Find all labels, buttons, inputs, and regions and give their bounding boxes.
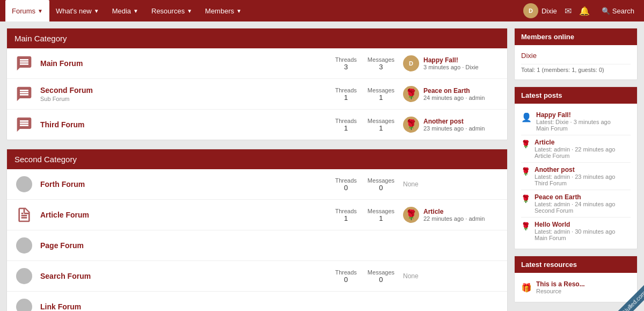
forum-plain-icon <box>14 297 34 311</box>
latest-resources-box: Latest resources 🎁 This is a Reso... Res… <box>514 256 638 302</box>
table-row: Search Forum Threads 0 Messages 0 None <box>7 261 507 292</box>
messages-stat: Messages 1 <box>368 118 394 132</box>
avatar-icon: 👤 <box>521 112 532 122</box>
messages-stat: Messages 0 <box>368 269 394 284</box>
latest-info: Article 22 minutes ago · admin <box>423 208 485 222</box>
forum-stats: Threads 1 Messages 1 <box>335 208 395 222</box>
latest-info: Peace on Earth 24 minutes ago · admin <box>423 87 485 101</box>
page-container: Main Category Main Forum Threads 3 Messa… <box>0 21 644 311</box>
table-row: Article Forum Threads 1 Messages 1 🌹 <box>7 200 507 230</box>
forum-name: Second Forum Sub Forum <box>40 86 335 102</box>
category-second: Second Category Forth Forum Threads 0 Me… <box>6 149 508 311</box>
forum-link[interactable]: Search Forum <box>40 272 91 280</box>
latest-posts-box: Latest posts 👤 Happy Fall! Latest: Dixie… <box>514 86 638 249</box>
nav-item-media[interactable]: Media ▼ <box>106 0 145 21</box>
category-main: Main Category Main Forum Threads 3 Messa… <box>6 28 508 140</box>
rose-icon: 🌹 <box>405 88 417 100</box>
threads-stat: Threads 1 <box>335 87 357 102</box>
member-name[interactable]: Dixie <box>521 49 631 62</box>
search-button[interactable]: 🔍 Search <box>595 7 639 15</box>
list-item: 🌹 Hello World Latest: admin · 30 minutes… <box>521 218 631 244</box>
messages-stat: Messages 1 <box>368 87 394 102</box>
sidebar: Members online Dixie Total: 1 (members: … <box>514 28 638 311</box>
table-row: Main Forum Threads 3 Messages 3 D <box>7 48 507 79</box>
threads-stat: Threads 3 <box>335 56 357 71</box>
forum-plain-icon <box>14 266 34 286</box>
forum-stats: Threads 3 Messages 3 <box>335 56 395 71</box>
forum-link[interactable]: Second Forum <box>40 86 93 95</box>
forum-link[interactable]: Forth Forum <box>40 180 85 189</box>
chevron-down-icon: ▼ <box>133 8 138 14</box>
forum-latest: 🌹 Another post 23 minutes ago · admin <box>403 117 500 133</box>
username-label[interactable]: Dixie <box>541 7 557 15</box>
forum-plain-icon <box>14 236 34 255</box>
table-row: Link Forum <box>7 292 507 311</box>
latest-info: Another post 23 minutes ago · admin <box>423 118 485 132</box>
forum-name: Main Forum <box>40 59 335 68</box>
nav-right: D Dixie ✉ 🔔 🔍 Search <box>523 3 639 18</box>
member-total: Total: 1 (members: 1, guests: 0) <box>521 64 631 75</box>
table-row: Third Forum Threads 1 Messages 1 🌹 <box>7 110 507 140</box>
list-item: 🎁 This is a Reso... Resource <box>521 277 631 298</box>
forum-link[interactable]: Article Forum <box>40 211 89 219</box>
latest-resources-header: Latest resources <box>515 256 637 273</box>
chevron-down-icon: ▼ <box>94 8 99 14</box>
members-online-box: Members online Dixie Total: 1 (members: … <box>514 28 638 80</box>
forum-stats: Threads 0 Messages 0 <box>335 177 395 192</box>
list-item: 🌹 Article Latest: admin · 22 minutes ago… <box>521 135 631 163</box>
forum-name: Forth Forum <box>40 180 335 189</box>
nav-item-members[interactable]: Members ▼ <box>199 0 248 21</box>
rose-icon: 🌹 <box>521 194 530 203</box>
forum-name: Link Forum <box>40 302 500 311</box>
forum-link[interactable]: Link Forum <box>40 302 81 311</box>
forum-latest: None <box>403 180 500 188</box>
forum-latest: 🌹 Peace on Earth 24 minutes ago · admin <box>403 86 500 102</box>
bell-icon[interactable]: 🔔 <box>577 6 592 16</box>
forum-name: Search Forum <box>40 272 335 280</box>
forum-link[interactable]: Third Forum <box>40 120 84 129</box>
gift-icon: 🎁 <box>521 283 532 293</box>
forum-chat-icon <box>14 54 34 73</box>
threads-stat: Threads 0 <box>335 177 357 192</box>
chevron-down-icon: ▼ <box>38 8 43 14</box>
forum-name: Article Forum <box>40 211 335 219</box>
members-online-header: Members online <box>515 28 637 45</box>
forum-plain-icon <box>14 175 34 194</box>
forum-chat-icon <box>14 115 34 134</box>
nav-items: Forums ▼ What's new ▼ Media ▼ Resources … <box>5 0 523 21</box>
forum-latest: 🌹 Article 22 minutes ago · admin <box>403 207 500 223</box>
latest-resources-body: 🎁 This is a Reso... Resource <box>515 273 637 302</box>
table-row: Second Forum Sub Forum Threads 1 Message… <box>7 79 507 110</box>
threads-stat: Threads 0 <box>335 269 357 284</box>
main-content: Main Category Main Forum Threads 3 Messa… <box>6 28 508 311</box>
chevron-down-icon: ▼ <box>187 8 192 14</box>
nav-item-forums[interactable]: Forums ▼ <box>5 0 49 21</box>
forum-stats: Threads 1 Messages 1 <box>335 87 395 102</box>
nav-item-whatsnew[interactable]: What's new ▼ <box>49 0 106 21</box>
category-second-header: Second Category <box>7 149 507 169</box>
list-item: 🌹 Another post Latest: admin · 23 minute… <box>521 163 631 190</box>
forum-link[interactable]: Page Forum <box>40 241 84 250</box>
forum-link[interactable]: Main Forum <box>40 59 83 68</box>
forum-latest: D Happy Fall! 3 minutes ago · Dixie <box>403 55 500 71</box>
table-row: Forth Forum Threads 0 Messages 0 None <box>7 169 507 200</box>
avatar: 🌹 <box>403 207 419 223</box>
forum-name: Third Forum <box>40 120 335 129</box>
latest-info: Happy Fall! 3 minutes ago · Dixie <box>423 56 479 70</box>
avatar: 🌹 <box>403 117 419 133</box>
avatar: D <box>403 55 419 71</box>
chevron-down-icon: ▼ <box>236 8 241 14</box>
rose-icon: 🌹 <box>521 167 530 176</box>
rose-icon: 🌹 <box>521 140 530 148</box>
search-icon: 🔍 <box>602 7 610 15</box>
nav-item-resources[interactable]: Resources ▼ <box>145 0 199 21</box>
main-nav: Forums ▼ What's new ▼ Media ▼ Resources … <box>0 0 644 21</box>
threads-stat: Threads 1 <box>335 208 357 222</box>
avatar[interactable]: D <box>523 3 538 18</box>
forum-chat-icon <box>14 84 34 104</box>
mail-icon[interactable]: ✉ <box>562 6 574 16</box>
list-item: 🌹 Peace on Earth Latest: admin · 24 minu… <box>521 190 631 218</box>
latest-posts-body: 👤 Happy Fall! Latest: Dixie · 3 minutes … <box>515 104 637 249</box>
forum-article-icon <box>14 205 34 225</box>
messages-stat: Messages 3 <box>368 56 394 71</box>
